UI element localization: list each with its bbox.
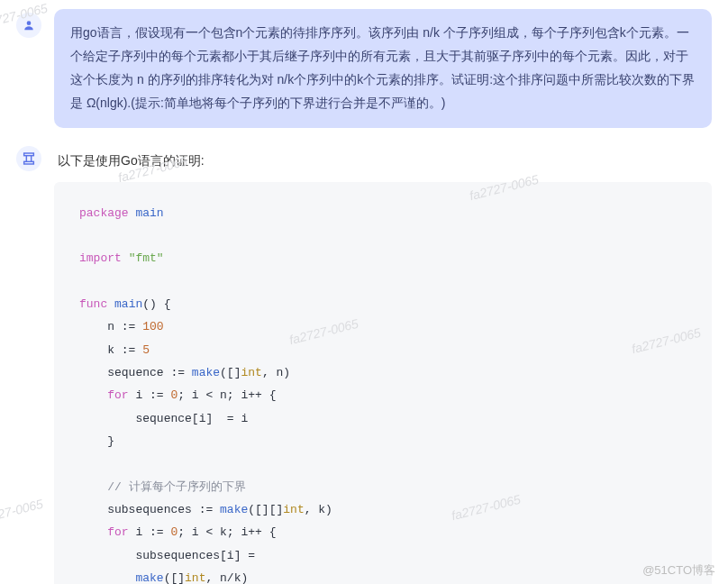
code-token: i := (129, 525, 171, 539)
code-token: sequence[i] = i (135, 412, 248, 425)
code-token: make (135, 571, 163, 584)
assistant-message-row: 以下是使用Go语言的证明: package main import "fmt" … (16, 142, 712, 584)
code-token: int (185, 571, 205, 584)
code-token: n := (107, 320, 142, 333)
code-token: , n/k) (205, 571, 248, 584)
code-token: package (79, 206, 129, 220)
code-token: int (241, 366, 261, 379)
brand-attribution: @51CTO博客 (642, 562, 715, 579)
code-token: for (107, 525, 128, 539)
code-token: ; i < k; i++ { (177, 525, 276, 539)
code-token: make (192, 366, 220, 379)
code-token: main (114, 297, 142, 311)
code-token: sequence := (107, 366, 192, 379)
user-icon (23, 19, 35, 32)
code-token: for (107, 388, 128, 402)
code-token: main (135, 206, 163, 220)
code-token: "fmt" (129, 251, 164, 265)
code-token: ([] (220, 366, 241, 379)
code-token: ([] (164, 571, 185, 584)
code-token: subsequences := (107, 503, 220, 516)
code-token: int (283, 503, 304, 516)
assistant-avatar (16, 146, 41, 171)
assistant-intro: 以下是使用Go语言的证明: (54, 142, 712, 182)
code-token: ; i < n; i++ { (177, 388, 276, 402)
assistant-icon (22, 151, 36, 166)
svg-point-0 (27, 21, 32, 25)
code-token: , n) (262, 366, 290, 379)
code-token: 100 (142, 320, 163, 333)
svg-rect-2 (24, 161, 34, 164)
user-message-row: 用go语言，假设现有一个包含n个元素的待排序序列。该序列由 n/k 个子序列组成… (16, 9, 712, 128)
code-token: ([][] (248, 503, 283, 516)
user-avatar (16, 13, 41, 38)
code-token: i := (129, 388, 171, 402)
assistant-body: 以下是使用Go语言的证明: package main import "fmt" … (54, 142, 712, 584)
code-token: import (79, 251, 122, 265)
svg-rect-1 (24, 153, 34, 156)
code-token: // 计算每个子序列的下界 (107, 480, 245, 494)
user-bubble: 用go语言，假设现有一个包含n个元素的待排序序列。该序列由 n/k 个子序列组成… (54, 9, 712, 128)
code-token: () { (142, 297, 170, 311)
code-token: k := (107, 343, 142, 357)
code-block: package main import "fmt" func main() { … (54, 182, 712, 584)
code-token: subsequences[i] = (135, 549, 255, 562)
code-token: make (220, 503, 248, 516)
code-token: , k) (305, 503, 332, 516)
code-token: func (79, 297, 107, 311)
code-token: 5 (142, 343, 150, 357)
code-token: } (107, 434, 114, 448)
user-message-text: 用go语言，假设现有一个包含n个元素的待排序序列。该序列由 n/k 个子序列组成… (70, 25, 695, 110)
